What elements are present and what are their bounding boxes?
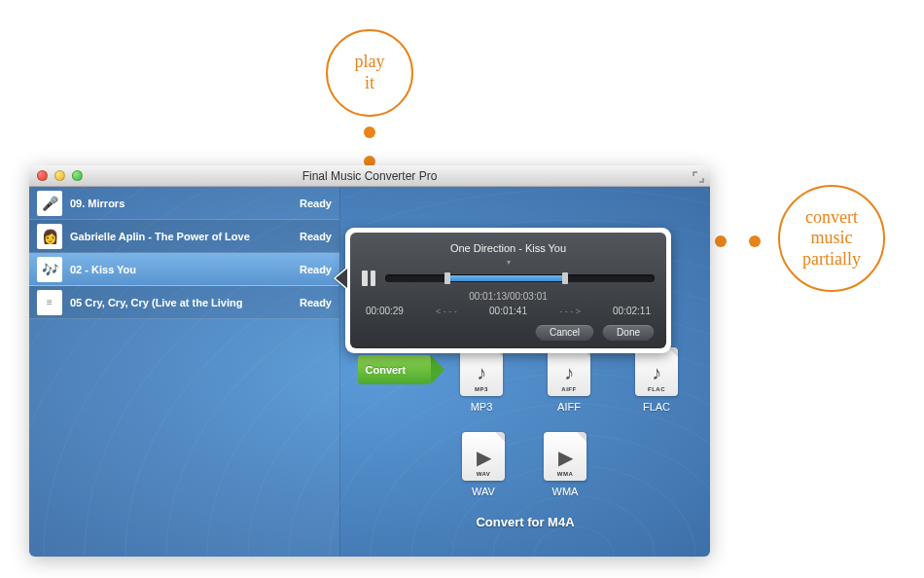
annotation-dot <box>364 126 375 138</box>
track-title: Gabrielle Aplin - The Power of Love <box>70 231 250 242</box>
track-title: 05 Cry, Cry, Cry (Live at the Living <box>70 297 242 308</box>
minimize-window-button[interactable] <box>54 170 65 181</box>
chevron-down-icon[interactable]: ▾ <box>362 258 655 267</box>
track-status: Ready <box>300 231 332 242</box>
range-end-time: 00:02:11 <box>613 306 651 316</box>
annotation-play: play it <box>326 29 413 117</box>
format-wma[interactable]: ▶WMA <box>544 432 586 481</box>
close-window-button[interactable] <box>37 170 48 181</box>
pause-button[interactable] <box>362 271 375 286</box>
arrow-icon: < - - - <box>436 307 457 316</box>
annotation-dot <box>715 235 727 247</box>
track-thumbnail: 👩 <box>37 224 62 249</box>
window-title: Final Music Converter Pro <box>29 169 710 183</box>
convert-button-label: Convert <box>366 364 407 376</box>
track-row[interactable]: 👩 Gabrielle Aplin - The Power of Love Re… <box>29 220 339 253</box>
format-wav[interactable]: ▶WAV <box>462 432 505 481</box>
track-title: 09. Mirrors <box>70 198 124 209</box>
cancel-button[interactable]: Cancel <box>535 324 594 341</box>
zoom-window-button[interactable] <box>72 170 83 181</box>
track-row[interactable]: 🎤 09. Mirrors Ready <box>29 187 339 220</box>
format-mp3[interactable]: ♪MP3 <box>460 347 503 396</box>
track-thumbnail: 🎶 <box>37 257 62 282</box>
progress-time: 00:01:13/00:03:01 <box>362 291 655 302</box>
player-track-title: One Direction - Kiss You <box>362 242 655 254</box>
track-thumbnail: ≡ <box>37 290 62 315</box>
fullscreen-icon[interactable] <box>693 169 704 181</box>
track-row-selected[interactable]: 🎶 02 - Kiss You Ready <box>29 253 339 286</box>
range-start-handle[interactable] <box>444 272 450 284</box>
arrow-icon: - - - > <box>559 307 581 316</box>
range-start-time: 00:00:29 <box>366 306 404 316</box>
format-flac[interactable]: ♪FLAC <box>635 347 678 396</box>
player-popover: One Direction - Kiss You ▾ 00:01:13/00:0… <box>345 228 671 353</box>
format-label: AIFF <box>557 401 581 413</box>
current-profile-label: Convert for M4A <box>340 515 710 529</box>
track-row[interactable]: ≡ 05 Cry, Cry, Cry (Live at the Living R… <box>29 286 339 319</box>
annotation-convert: convert music partially <box>778 185 885 292</box>
track-status: Ready <box>300 264 332 275</box>
track-list: 🎤 09. Mirrors Ready 👩 Gabrielle Aplin - … <box>29 187 340 557</box>
current-time: 00:01:41 <box>489 306 527 316</box>
format-label: MP3 <box>471 401 493 413</box>
range-end-handle[interactable] <box>562 272 568 284</box>
format-label: WMA <box>552 486 579 497</box>
titlebar: Final Music Converter Pro <box>29 165 710 187</box>
annotation-dot <box>749 235 761 247</box>
format-label: FLAC <box>643 401 670 413</box>
done-button[interactable]: Done <box>602 324 655 341</box>
progress-bar[interactable] <box>385 274 655 282</box>
convert-button[interactable]: Convert <box>358 355 431 384</box>
track-title: 02 - Kiss You <box>70 264 136 275</box>
format-aiff[interactable]: ♪AIFF <box>548 347 590 396</box>
track-thumbnail: 🎤 <box>37 191 62 216</box>
app-window: Final Music Converter Pro 🎤 09. Mirrors … <box>29 165 710 557</box>
track-status: Ready <box>300 297 332 308</box>
format-label: WAV <box>472 486 495 497</box>
track-status: Ready <box>300 198 332 209</box>
